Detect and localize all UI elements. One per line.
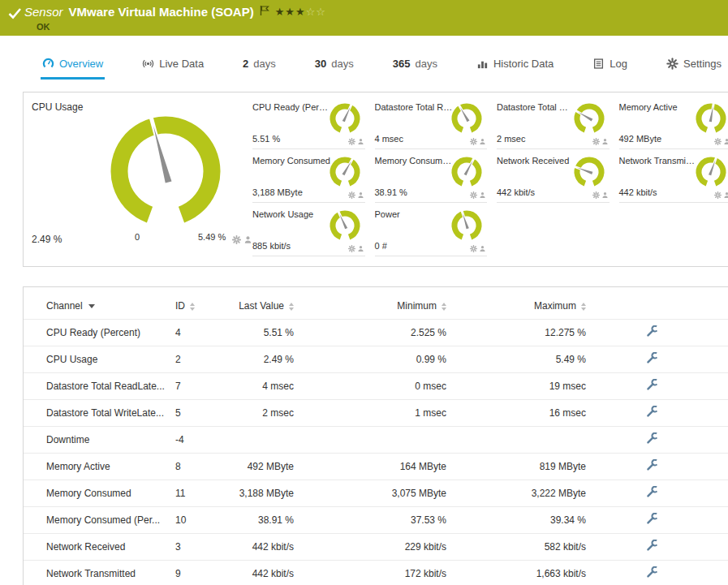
gauge-action-icons[interactable] (348, 138, 364, 145)
cell-maximum: 1,663 kbit/s (450, 561, 589, 585)
gauge-action-icons[interactable] (714, 138, 728, 145)
cell-id: 4 (172, 320, 213, 346)
table-row[interactable]: Datastore Total WriteLate...52 msec1 mse… (24, 400, 728, 427)
mini-gauge-value: 0 # (375, 241, 387, 251)
gauge-action-icons[interactable] (714, 191, 728, 199)
page-title: VMware Virtual Machine (SOAP) (69, 5, 254, 19)
user-icon (479, 191, 486, 199)
tab-label: days (415, 58, 437, 70)
channel-settings-button[interactable] (589, 507, 666, 534)
cell-maximum: 16 msec (450, 400, 589, 427)
channel-settings-button[interactable] (589, 534, 666, 561)
col-channel[interactable]: Channel (24, 290, 172, 320)
cell-minimum: 0 msec (297, 373, 450, 400)
wrench-icon (646, 379, 658, 391)
cell-channel[interactable]: CPU Usage (24, 346, 172, 373)
gauge-dial-svg (572, 101, 606, 135)
gauge-action-icons[interactable] (592, 191, 609, 199)
gauge-action-icons[interactable] (348, 191, 364, 199)
channel-settings-button[interactable] (589, 454, 666, 480)
gauge-action-icons[interactable] (348, 245, 364, 252)
cell-channel[interactable]: Network Transmitted (24, 561, 172, 585)
tab-overview[interactable]: Overview (41, 49, 105, 80)
mini-gauge-title: Power (375, 203, 454, 219)
col-label: Maximum (534, 300, 576, 312)
gauge-action-icons[interactable] (470, 245, 486, 252)
sort-toggle-icon (289, 303, 294, 311)
gauge-dial-svg (105, 110, 226, 232)
channel-settings-button[interactable] (589, 400, 666, 427)
gear-icon (666, 58, 678, 70)
col-label: Minimum (397, 300, 437, 312)
cell-channel[interactable]: Memory Active (24, 454, 172, 480)
col-last-value[interactable]: Last Value (213, 290, 297, 320)
channel-settings-button[interactable] (589, 346, 666, 373)
cell-channel[interactable]: Memory Consumed (24, 480, 172, 507)
sort-toggle-icon (581, 303, 586, 311)
priority-stars[interactable]: ★★★☆☆ (275, 6, 326, 18)
flag-icon[interactable] (260, 5, 269, 19)
wrench-icon (646, 459, 658, 471)
gauge-dial-svg (450, 155, 484, 189)
cell-channel[interactable]: Datastore Total ReadLate... (24, 373, 172, 400)
tab-30-days[interactable]: 30 days (313, 49, 355, 80)
gear-icon (714, 191, 722, 199)
table-row[interactable]: Network Received3442 kbit/s229 kbit/s582… (24, 534, 728, 561)
table-row[interactable]: Memory Consumed (Per...1038.91 %37.53 %3… (24, 507, 728, 534)
primary-gauge-max: 5.49 % (198, 232, 226, 242)
cell-channel[interactable]: Memory Consumed (Per... (24, 507, 172, 534)
mini-gauge: Datastore Total ReadLa...4 msec (375, 96, 488, 149)
gauge-action-icons[interactable] (470, 138, 486, 145)
table-row[interactable]: Network Transmitted9442 kbit/s172 kbit/s… (24, 561, 728, 585)
channel-settings-button[interactable] (589, 427, 666, 454)
table-row[interactable]: CPU Ready (Percent)45.51 %2.525 %12.275 … (24, 320, 728, 346)
tab-log[interactable]: Log (591, 49, 629, 80)
cpu-usage-dial (105, 110, 226, 232)
cell-channel[interactable]: Datastore Total WriteLate... (24, 400, 172, 427)
col-maximum[interactable]: Maximum (450, 290, 589, 320)
primary-gauge-title: CPU Usage (32, 101, 83, 113)
tab-settings[interactable]: Settings (665, 49, 723, 80)
gear-icon (348, 138, 355, 145)
wrench-icon (646, 325, 658, 338)
tab-live-data[interactable]: Live Data (140, 49, 205, 80)
mini-gauge-title: CPU Ready (Percent) (252, 96, 331, 112)
tab-2-days[interactable]: 2 days (241, 49, 278, 80)
sort-descending-icon (88, 304, 95, 308)
mini-gauge-grid: CPU Ready (Percent)5.51 %Datastore Total… (252, 96, 728, 256)
cell-last-value: 442 kbit/s (213, 561, 297, 585)
gauge-action-icons[interactable] (470, 191, 486, 199)
table-row[interactable]: CPU Usage22.49 %0.99 %5.49 % (24, 346, 728, 373)
user-icon (357, 191, 364, 199)
gauge-dial (328, 101, 362, 135)
table-row[interactable]: Datastore Total ReadLate...74 msec0 msec… (24, 373, 728, 400)
gauges-panel: CPU Usage 2.49 % 0 5.49 % CPU Ready (Per… (23, 92, 728, 267)
cell-maximum (450, 427, 589, 454)
mini-gauge: Memory Active492 MByte (619, 96, 728, 149)
gauge-action-icons[interactable] (592, 138, 609, 145)
cell-channel[interactable]: CPU Ready (Percent) (24, 320, 172, 346)
gauge-dial-svg (328, 155, 362, 189)
gauge-dial (450, 101, 484, 135)
mini-gauge: Network Received442 kbit/s (497, 149, 610, 203)
cell-maximum: 12.275 % (450, 320, 589, 346)
channel-settings-button[interactable] (589, 320, 666, 346)
table-row[interactable]: Memory Active8492 MByte164 MByte819 MByt… (24, 454, 728, 480)
tab-historic-data[interactable]: Historic Data (475, 49, 555, 80)
channels-table-panel: Channel ID Last Value Minimum Maximum CP… (23, 286, 728, 585)
table-header-row: Channel ID Last Value Minimum Maximum (24, 290, 728, 320)
cell-channel[interactable]: Downtime (24, 427, 172, 454)
channel-settings-button[interactable] (589, 373, 666, 400)
col-id[interactable]: ID (172, 290, 213, 320)
table-row[interactable]: Downtime-4 (24, 427, 728, 454)
channel-settings-button[interactable] (589, 480, 666, 507)
cell-last-value: 38.91 % (213, 507, 297, 534)
gauge-dial (450, 209, 484, 243)
col-minimum[interactable]: Minimum (297, 290, 450, 320)
tab-365-days[interactable]: 365 days (391, 49, 439, 80)
gauge-action-icons[interactable] (232, 235, 252, 244)
channel-settings-button[interactable] (589, 561, 666, 585)
cell-minimum: 0.99 % (297, 346, 450, 373)
table-row[interactable]: Memory Consumed113,188 MByte3,075 MByte3… (24, 480, 728, 507)
cell-channel[interactable]: Network Received (24, 534, 172, 561)
